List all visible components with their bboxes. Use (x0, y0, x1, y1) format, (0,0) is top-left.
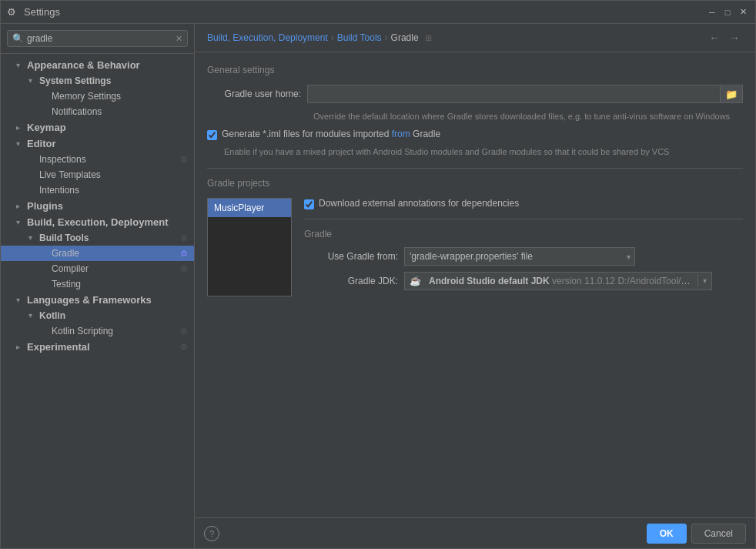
sidebar-item-label: Build, Execution, Deployment (27, 216, 168, 228)
project-item-music-player[interactable]: MusicPlayer (208, 199, 291, 217)
triangle-icon (16, 218, 25, 227)
use-gradle-from-label: Use Gradle from: (304, 251, 404, 262)
sidebar-item-plugins[interactable]: Plugins (1, 198, 194, 214)
sidebar-item-intentions[interactable]: Intentions (1, 182, 194, 198)
sidebar-item-live-templates[interactable]: Live Templates (1, 167, 194, 182)
gradle-user-home-input[interactable] (308, 85, 720, 102)
sidebar-item-label: Inspections (39, 154, 86, 165)
sidebar-item-languages-frameworks[interactable]: Languages & Frameworks (1, 292, 194, 308)
title-bar: ⚙ Settings ─ □ ✕ (1, 1, 755, 24)
breadcrumb-actions: ← → (706, 30, 743, 45)
triangle-icon (16, 139, 25, 149)
search-box: 🔍 ✕ (1, 24, 194, 54)
sidebar-item-build-execution-deployment[interactable]: Build, Execution, Deployment (1, 214, 194, 230)
jdk-icon: ☕ (405, 273, 426, 289)
sidebar-item-keymap[interactable]: Keymap (1, 119, 194, 136)
panel-content: General settings Gradle user home: 📁 Ove… (195, 52, 755, 517)
sidebar-item-editor[interactable]: Editor (1, 136, 194, 152)
gradle-user-home-input-wrap: 📁 (307, 85, 743, 103)
gradle-jdk-row: Gradle JDK: ☕ Android Studio default JDK… (304, 272, 743, 290)
sidebar: 🔍 ✕ Appearance & Behavior System Setting… (1, 24, 195, 548)
use-gradle-from-select[interactable]: 'gradle-wrapper.properties' fileSpecifie… (404, 247, 635, 266)
sidebar-item-label: Kotlin (39, 310, 65, 321)
window-title: Settings (24, 6, 706, 18)
settings-window: ⚙ Settings ─ □ ✕ 🔍 ✕ Appearance & Behavi (0, 0, 756, 549)
sidebar-item-label: Notifications (52, 106, 102, 117)
cancel-button[interactable]: Cancel (691, 524, 746, 544)
gradle-user-home-hint: Override the default location where Grad… (313, 111, 743, 122)
generate-iml-row: Generate *.iml files for modules importe… (207, 129, 743, 140)
sidebar-item-label: Live Templates (39, 169, 101, 180)
sidebar-item-label: Languages & Frameworks (27, 294, 152, 306)
breadcrumb-bar: Build, Execution, Deployment › Build Too… (195, 24, 755, 52)
triangle-icon (16, 61, 25, 70)
from-link[interactable]: from (392, 129, 410, 139)
triangle-icon (16, 296, 25, 305)
minimize-button[interactable]: ─ (706, 6, 718, 18)
sidebar-item-experimental[interactable]: Experimental ⚙ (1, 339, 194, 355)
sidebar-item-label: Testing (52, 279, 81, 290)
general-settings-label: General settings (207, 65, 743, 75)
sidebar-item-kotlin-scripting[interactable]: Kotlin Scripting ⚙ (1, 323, 194, 339)
breadcrumb: Build, Execution, Deployment › Build Too… (207, 32, 432, 43)
settings-icon: ⚙ (180, 342, 188, 352)
sidebar-item-label: Keymap (27, 122, 66, 133)
gradle-subsection-label: Gradle (304, 229, 743, 239)
back-button[interactable]: ← (706, 30, 723, 45)
generate-iml-hint: Enable if you have a mixed project with … (224, 146, 743, 158)
download-annotations-checkbox[interactable] (304, 199, 314, 209)
browse-button[interactable]: 📁 (720, 86, 742, 102)
sidebar-item-label: Build Tools (39, 233, 89, 243)
close-button[interactable]: ✕ (737, 6, 749, 18)
sidebar-item-memory-settings[interactable]: Memory Settings (1, 89, 194, 104)
settings-icon: ⚙ (180, 233, 188, 243)
sidebar-item-build-tools[interactable]: Build Tools ⚙ (1, 230, 194, 246)
triangle-icon (28, 76, 38, 85)
search-clear-icon[interactable]: ✕ (176, 34, 182, 44)
triangle-icon (16, 202, 25, 211)
search-icon: 🔍 (12, 33, 24, 44)
download-annotations-label: Download external annotations for depend… (319, 198, 519, 209)
help-button[interactable]: ? (204, 526, 219, 541)
forward-button[interactable]: → (726, 30, 743, 45)
sidebar-item-notifications[interactable]: Notifications (1, 104, 194, 119)
maximize-button[interactable]: □ (721, 6, 734, 18)
sidebar-item-label: Gradle (52, 248, 79, 259)
search-input-wrap: 🔍 ✕ (7, 30, 188, 47)
jdk-version: version 11.0.12 D:/AndroidTool/Andro (550, 276, 697, 286)
use-gradle-from-dropdown-wrap: 'gradle-wrapper.properties' fileSpecifie… (404, 247, 635, 266)
breadcrumb-link-bed[interactable]: Build, Execution, Deployment (207, 32, 328, 43)
gradle-user-home-row: Gradle user home: 📁 (207, 85, 743, 103)
nav-tree: Appearance & Behavior System Settings Me… (1, 54, 194, 548)
sidebar-item-testing[interactable]: Testing (1, 276, 194, 292)
gradle-jdk-value: Android Studio default JDK version 11.0.… (426, 273, 697, 290)
sidebar-item-kotlin[interactable]: Kotlin (1, 308, 194, 323)
breadcrumb-link-build-tools[interactable]: Build Tools (337, 32, 382, 43)
breadcrumb-separator: › (385, 32, 388, 43)
bottom-actions: OK Cancel (647, 524, 746, 544)
sidebar-item-gradle[interactable]: Gradle ⚙ (1, 246, 194, 261)
sidebar-item-system-settings[interactable]: System Settings (1, 73, 194, 89)
gradle-user-home-label: Gradle user home: (207, 89, 307, 99)
jdk-dropdown-button[interactable]: ▾ (697, 274, 711, 287)
ok-button[interactable]: OK (647, 524, 687, 544)
settings-icon: ⚙ (180, 249, 188, 259)
triangle-icon (28, 311, 38, 320)
sidebar-item-inspections[interactable]: Inspections ⚙ (1, 152, 194, 167)
section-divider (207, 168, 743, 169)
sidebar-item-label: Editor (27, 138, 56, 149)
sidebar-item-appearance-behavior[interactable]: Appearance & Behavior (1, 57, 194, 73)
generate-iml-checkbox[interactable] (207, 130, 217, 140)
sidebar-item-label: Intentions (39, 185, 79, 196)
download-annotations-row: Download external annotations for depend… (304, 198, 743, 209)
settings-icon: ⚙ (180, 326, 188, 336)
window-controls: ─ □ ✕ (706, 6, 749, 18)
sidebar-item-compiler[interactable]: Compiler ⚙ (1, 261, 194, 276)
gradle-jdk-label: Gradle JDK: (304, 276, 404, 286)
sidebar-item-label: Experimental (27, 341, 90, 353)
use-gradle-from-row: Use Gradle from: 'gradle-wrapper.propert… (304, 247, 743, 266)
bottom-bar: ? OK Cancel (195, 517, 755, 548)
jdk-name: Android Studio default JDK (429, 276, 550, 286)
gradle-projects-label: Gradle projects (207, 178, 743, 189)
search-input[interactable] (27, 33, 176, 44)
